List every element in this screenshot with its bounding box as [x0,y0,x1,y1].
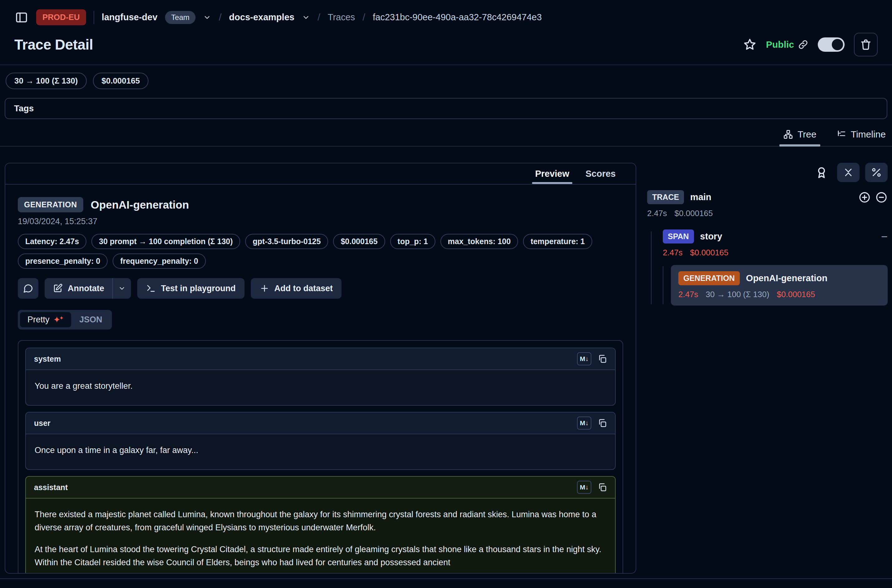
delete-trace-button[interactable] [854,33,878,56]
generation-node-badge: GENERATION [678,271,740,285]
public-link[interactable]: Public [766,39,808,50]
award-icon[interactable] [815,165,828,179]
message-system: system M↓ You are a great storyteller. [25,348,616,406]
trash-icon [860,38,872,51]
comment-button[interactable] [18,278,38,298]
view-tabs: Tree Timeline [0,125,892,147]
generation-node-selected[interactable]: GENERATION OpenAI-generation 2.47s 30 → … [671,265,887,306]
span-node-metrics: 2.47s $0.000165 [663,248,887,258]
cost-badge: $0.000165 [333,234,385,249]
sidebar-toggle-icon[interactable] [14,10,29,25]
breadcrumb: PROD-EU langfuse-dev Team / docs-example… [0,0,892,31]
model-badge[interactable]: gpt-3.5-turbo-0125 [245,234,328,249]
minus-circle-icon[interactable] [875,191,887,204]
org-plan-badge: Team [165,11,196,24]
link-icon [798,39,808,50]
add-to-dataset-button[interactable]: Add to dataset [251,278,342,298]
span-cost: $0.000165 [690,248,728,258]
latency-badge: Latency: 2.47s [18,234,86,249]
cost-badge: $0.000165 [93,73,149,89]
breadcrumb-project[interactable]: docs-examples [229,12,294,22]
generation-tokens: 30 → 100 (Σ 130) [706,290,769,299]
page-title: Trace Detail [14,36,93,53]
show-metrics-button[interactable] [865,163,887,182]
span-latency: 2.47s [663,248,683,258]
trace-subtree: SPAN story − 2.47s $0.000165 GENERATION … [651,230,887,306]
tags-box[interactable]: Tags [5,98,887,119]
chevron-down-icon [118,285,126,292]
copy-icon[interactable] [598,354,607,363]
tags-label: Tags [14,104,34,114]
annotate-icon [53,284,63,293]
message-role: system [34,354,61,363]
observation-badges-row1: Latency: 2.47s 30 prompt → 100 completio… [18,234,623,249]
observation-type-badge: GENERATION [18,197,83,212]
environment-badge: PROD-EU [36,9,86,25]
copy-icon[interactable] [598,483,607,492]
assistant-paragraph: At the heart of Lumina stood the towerin… [35,543,606,569]
observation-header: GENERATION OpenAI-generation [18,197,623,212]
bottom-divider [0,578,892,579]
observation-panel: Preview Scores GENERATION OpenAI-generat… [5,163,636,574]
chevron-down-icon[interactable] [203,14,211,21]
message-content: There existed a majestic planet called L… [26,498,615,574]
breadcrumb-trace-id: fac231bc-90ee-490a-aa32-78c4269474e3 [373,12,542,22]
pretty-toggle[interactable]: Pretty ✦✦ [20,312,71,327]
generation-node-name: OpenAI-generation [746,273,827,284]
breadcrumb-org[interactable]: langfuse-dev [102,12,158,22]
public-toggle[interactable] [818,38,845,52]
title-actions: Public [743,33,878,56]
timeline-icon [836,129,847,140]
tab-preview[interactable]: Preview [535,164,569,184]
message-assistant: assistant M↓ There existed a majestic pl… [25,476,616,574]
token-usage-badge: 30 → 100 (Σ 130) [6,73,87,89]
markdown-toggle-icon[interactable]: M↓ [577,352,591,365]
collapse-icon [843,167,854,178]
markdown-toggle-icon[interactable]: M↓ [577,481,591,494]
tab-tree[interactable]: Tree [782,125,818,146]
span-node[interactable]: SPAN story − [663,230,887,243]
tab-timeline-label: Timeline [851,129,886,140]
breadcrumb-separator: / [219,12,221,23]
breadcrumb-traces[interactable]: Traces [328,12,355,22]
messages-container: system M↓ You are a great storyteller. [18,340,623,574]
span-subtree: GENERATION OpenAI-generation 2.47s 30 → … [663,265,887,306]
annotate-button[interactable]: Annotate [45,278,112,298]
tree-icon [783,129,793,140]
copy-icon[interactable] [598,418,607,428]
json-toggle[interactable]: JSON [72,312,110,327]
trace-node[interactable]: TRACE main [647,190,887,204]
tab-tree-label: Tree [797,129,817,140]
generation-node-metrics: 2.47s 30 → 100 (Σ 130) $0.000165 [678,290,880,299]
message-user: user M↓ Once upon a time in a galaxy far… [25,412,616,470]
message-header-icons: M↓ [577,417,607,430]
star-icon[interactable] [743,38,757,51]
test-in-playground-button[interactable]: Test in playground [137,278,245,298]
chevron-down-icon[interactable] [302,14,310,21]
presence-penalty-badge: presence_penalty: 0 [18,254,108,269]
message-header-icons: M↓ [577,481,607,494]
tab-scores[interactable]: Scores [586,164,616,184]
markdown-toggle-icon[interactable]: M↓ [577,417,591,430]
message-content: You are a great storyteller. [26,370,615,405]
generation-cost: $0.000165 [777,290,815,299]
plus-icon [260,284,269,293]
top-p-badge: top_p: 1 [390,234,435,249]
frequency-penalty-badge: frequency_penalty: 0 [113,254,206,269]
minus-icon[interactable]: − [881,231,887,242]
tab-timeline[interactable]: Timeline [835,125,887,146]
collapse-all-button[interactable] [837,163,860,182]
plus-circle-icon[interactable] [858,191,871,204]
assistant-paragraph: There existed a majestic planet called L… [35,508,606,534]
tab-scores-label: Scores [586,169,616,179]
breadcrumb-separator: / [317,12,320,23]
max-tokens-badge: max_tokens: 100 [440,234,518,249]
terminal-icon [146,284,156,293]
message-header: assistant M↓ [26,477,615,498]
annotate-dropdown-button[interactable] [113,278,131,298]
tree-toolbar [647,163,887,182]
sparkles-icon: ✦✦ [53,315,64,324]
temperature-badge: temperature: 1 [523,234,592,249]
generation-latency: 2.47s [678,290,698,299]
observation-badges-row2: presence_penalty: 0 frequency_penalty: 0 [18,254,623,269]
